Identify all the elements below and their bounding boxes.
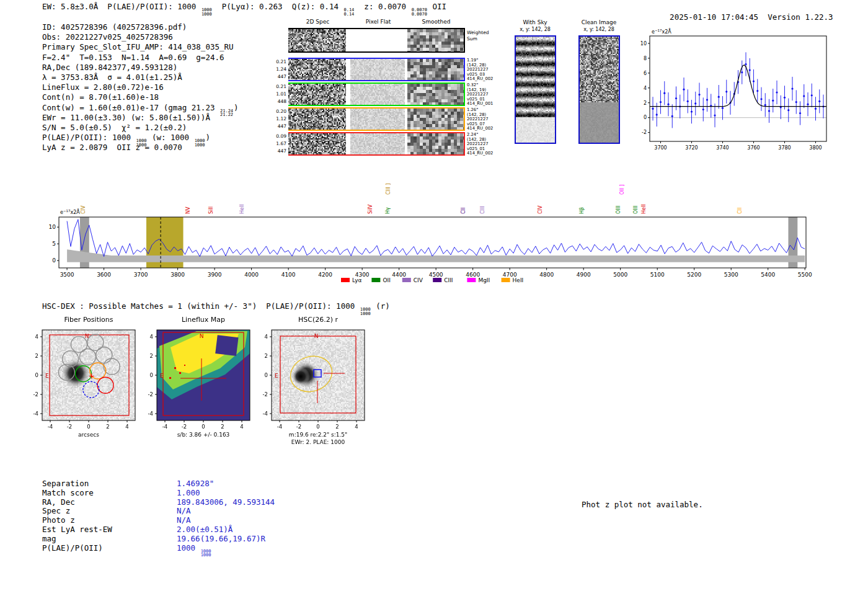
zoom-data-point [663,92,665,94]
match-row-label: mag [42,534,56,544]
hsc-header-text: HSC-DEX : Possible Matches = 1 (within +… [42,301,360,311]
spectrum-xtick-label: 5200 [687,272,701,278]
emission-line-label: CIV [81,205,86,214]
catalog-match-table: Separation1.46928"Match score1.000RA, De… [42,479,389,556]
legend-label: CIV [414,277,423,283]
zoom-data-point [745,63,746,65]
cutout-row-scale-labels: 0.20 1.12 447 [270,108,286,130]
pixel-flat-image [350,84,405,105]
fiber-circle [71,336,87,352]
hsc-image-ytick-label: -2 [263,391,268,398]
cutout-column-header: Pixel Flat [356,19,400,25]
info-fraction-bottom: 1000 [195,143,205,148]
emission-line-label: CIII ] [386,184,391,195]
lineflux-map-xtick-label: 0 [202,424,205,430]
emission-line-label: HeII [641,204,647,214]
zoom-data-point [784,97,786,99]
header-fraction-bottom: 0.0070 [412,12,427,17]
match-row-value: 1.000 [177,488,200,498]
spectrum-xtick-label: 3500 [60,272,74,278]
zoom-data-point [760,98,762,100]
zoom-data-point [725,91,727,92]
hsc-image-xtick-label: -4 [277,424,282,430]
zoom-data-point [818,100,820,102]
emission-line-label: CIV [538,205,543,214]
zoom-data-point [811,94,813,96]
info-fraction: 10001000 [195,139,205,147]
zoom-data-point [675,97,677,99]
spectrum-xtick-label: 5100 [650,272,665,278]
zoom-data-point [787,109,789,111]
sky-panel-title: Clean Image [571,19,627,25]
pixel-flat-image [350,109,405,130]
hsc-image-title: HSC(26.2) r [298,316,339,324]
info-text: Cont(w) = 1.60(±0.01)e-17 (gmag 21.23 [42,103,219,112]
match-value-text: 1000 [177,543,200,553]
legend-swatch [402,278,411,282]
with-sky-panel [515,35,556,144]
spectrum-xtick-label: 3600 [97,272,111,278]
legend-label: OII [383,277,390,283]
match-row-value: 189.843006, 49.593144 [177,497,275,507]
cutout-row-annotations: 2.24" (142, 28) 20221227 v025_01 414_RU_… [467,133,498,156]
emission-line-label: CIII [480,206,485,214]
spectrum-ytick-label: 10 [49,224,56,230]
match-value-text: 19.66(19.66,19.67)R [177,534,265,543]
line-fit-chart: 1086420-2370037203740376037803800e−17x2Å [632,25,846,161]
cutout-row [288,107,465,131]
info-line: Cont(n) = 8.70(±1.60)e-18 [42,92,239,102]
2d-spec-image [288,84,346,105]
info-line: RA,Dec (189.842377,49.593128) [42,63,239,73]
pixel-flat-image [350,59,405,80]
fiber-positions-ytick-label: 4 [35,334,38,340]
header-fraction-bottom: 0.14 [343,12,354,17]
lineflux-map-ytick-label: 0 [150,372,153,378]
zoom-data-point [702,109,704,110]
fiber-positions-ytick-label: 0 [35,372,38,378]
lineflux-map-ytick-label: 2 [150,353,153,359]
match-row-value: 19.66(19.66,19.67)R [177,534,265,544]
info-line: Cont(w) = 1.60(±0.01)e-17 (gmag 21.23 21… [42,103,239,113]
ifu-footprint-rect [50,335,129,415]
zoom-ytick-label: 0 [644,115,647,120]
match-row-label: Match score [42,488,94,498]
zoom-data-point [671,115,673,117]
smoothed-image [407,59,464,80]
2d-spec-image [288,29,346,51]
hsc-image-ytick-label: 2 [265,353,268,359]
info-text: λ = 3753.83Å σ = 4.01(±1.25)Å [42,73,182,82]
zoom-data-point [667,104,669,105]
fiber-circle [79,349,95,365]
full-spectrum-chart: 0510350036003700380039004000410042004300… [37,166,840,300]
spectrum-xtick-label: 4000 [244,272,259,278]
east-label: E [275,373,278,379]
hsc-image-xtick-label: 2 [335,424,339,430]
cutout-row-scale-labels: 0.21 1.01 448 [270,83,286,105]
cutout-row-scale-labels: 0.09 1.67 447 [270,133,286,155]
zoom-ytick-label: 4 [644,86,647,91]
report-datetime: 2025-01-10 17:04:45 [670,12,758,22]
legend-label: MgII [478,277,490,283]
smoothed-image [407,133,464,154]
east-label: E [45,373,49,379]
zoom-ylabel-post: x2Å [662,28,672,35]
lineflux-map-xtick-label: 2 [221,424,224,430]
info-line: ID: 4025728396 (4025728396.pdf) [42,22,239,32]
zoom-xtick-label: 3780 [778,145,790,151]
zoom-data-point [768,110,770,112]
match-value-fraction-bottom: 1000 [201,553,211,558]
spectrum-xtick-label: 4500 [429,272,443,278]
header-summary: EW: 5.8±3.0Å P(LAE)/P(OII): 1000 1000100… [42,2,446,16]
fiber-positions-xtick-label: 0 [87,424,90,430]
spectrum-xtick-label: 3900 [208,272,222,278]
zoom-data-point [691,111,693,113]
sky-panel-xy: x, y: 142, 28 [571,27,627,32]
cutout-row-annotations: 0.32" (142, 19) 20221227 v025_01 414_RU_… [467,83,498,107]
zoom-ylabel-sup: −17 [655,29,662,32]
lineflux-map-ytick-label: -2 [148,391,153,398]
2d-spec-image [288,133,346,154]
match-row-value: N/A [177,515,191,525]
fiber-positions-panel: Fiber Positions-4-4-2-2002244arcsecsNE [17,313,148,450]
zoom-data-point [718,96,720,98]
spectrum-xtick-label: 5500 [798,272,812,278]
